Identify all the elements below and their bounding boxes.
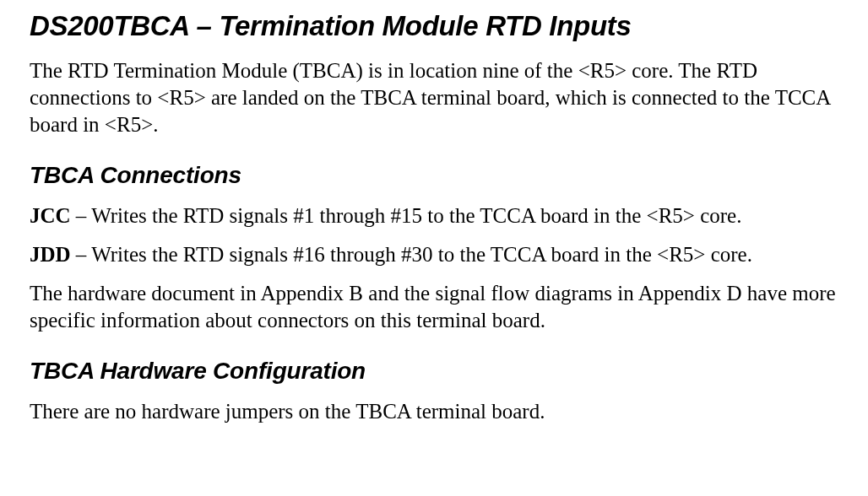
section-heading-hardware: TBCA Hardware Configuration <box>30 358 843 385</box>
jcc-text: – Writes the RTD signals #1 through #15 … <box>71 204 742 227</box>
page-title: DS200TBCA – Termination Module RTD Input… <box>30 10 843 42</box>
jcc-paragraph: JCC – Writes the RTD signals #1 through … <box>30 202 843 229</box>
hardware-paragraph: There are no hardware jumpers on the TBC… <box>30 398 843 425</box>
jdd-text: – Writes the RTD signals #16 through #30… <box>71 243 752 266</box>
jdd-paragraph: JDD – Writes the RTD signals #16 through… <box>30 241 843 268</box>
jdd-label: JDD <box>30 243 71 266</box>
appendix-paragraph: The hardware document in Appendix B and … <box>30 280 843 334</box>
jcc-label: JCC <box>30 204 71 227</box>
section-heading-connections: TBCA Connections <box>30 162 843 189</box>
document-page: DS200TBCA – Termination Module RTD Input… <box>0 0 868 454</box>
intro-paragraph: The RTD Termination Module (TBCA) is in … <box>30 57 843 138</box>
